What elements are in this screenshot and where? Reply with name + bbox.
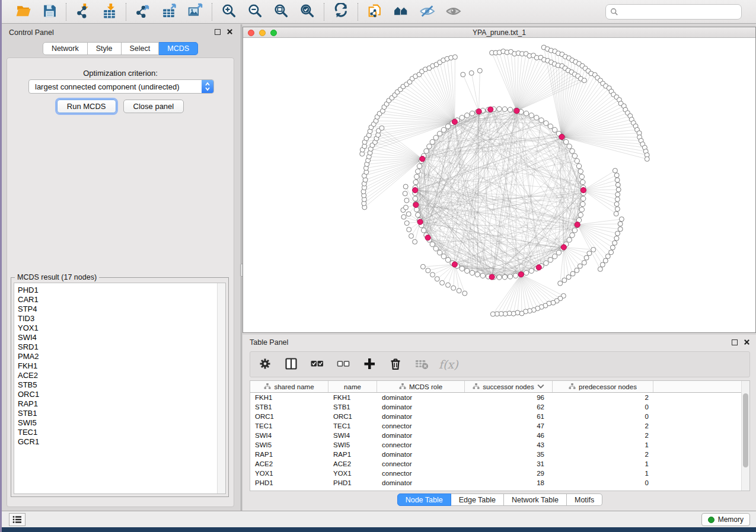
cell-name: SWI4 xyxy=(328,432,377,439)
result-node-item[interactable]: STP4 xyxy=(18,305,215,314)
settings-gear-button[interactable] xyxy=(256,355,274,373)
tab-edge-table[interactable]: Edge Table xyxy=(451,493,504,506)
search-field[interactable] xyxy=(605,4,742,20)
result-node-item[interactable]: PMA2 xyxy=(18,352,215,361)
result-node-item[interactable]: CAR1 xyxy=(18,295,215,305)
cytoscape-window: Control Panel NetworkStyleSelectMCDS Opt… xyxy=(2,0,756,527)
save-session-button[interactable] xyxy=(39,2,60,21)
import-network-button[interactable] xyxy=(72,2,94,21)
criterion-select[interactable]: largest connected component (undirected) xyxy=(28,79,214,94)
hide-selected-button[interactable] xyxy=(416,2,438,21)
result-node-item[interactable]: PHD1 xyxy=(18,286,215,295)
result-node-item[interactable]: ORC1 xyxy=(18,390,215,399)
column-header-shared-name[interactable]: shared name xyxy=(250,381,328,392)
float-panel-icon[interactable] xyxy=(215,29,221,35)
table-row[interactable]: RAP1RAP1dominator352 xyxy=(250,450,749,459)
network-graph[interactable] xyxy=(243,38,755,332)
tab-motifs[interactable]: Motifs xyxy=(567,493,602,506)
optimization-criterion-label: Optimization criterion: xyxy=(7,69,234,78)
clone-network-icon xyxy=(367,3,383,21)
close-window-icon[interactable] xyxy=(248,30,254,36)
cell-MCDS-role: dominator xyxy=(377,403,465,411)
cell-predecessor-nodes: 1 xyxy=(553,460,653,467)
function-fx-icon: f(x) xyxy=(439,358,458,371)
refresh-layout-icon xyxy=(333,3,349,21)
show-all-icon xyxy=(445,3,461,21)
memory-button[interactable]: Memory xyxy=(701,513,750,526)
table-row[interactable]: STB1STB1dominator620 xyxy=(250,402,749,412)
attribute-tree-icon xyxy=(569,383,576,391)
zoom-in-button[interactable] xyxy=(218,2,240,21)
mcds-result-list[interactable]: PHD1CAR1STP4TID3YOX1SWI4SRD1PMA2FKH1ACE2… xyxy=(14,283,226,494)
table-row[interactable]: SWI4SWI4dominator462 xyxy=(250,431,749,440)
deselect-all-button[interactable] xyxy=(334,355,352,373)
result-node-item[interactable]: RAP1 xyxy=(18,399,215,409)
open-file-icon xyxy=(15,3,31,21)
refresh-layout-button[interactable] xyxy=(330,2,352,21)
column-header-MCDS-role[interactable]: MCDS role xyxy=(377,381,465,392)
table-panel-title: Table Panel xyxy=(250,338,288,347)
column-header-successor-nodes[interactable]: successor nodes xyxy=(465,381,553,392)
tab-style[interactable]: Style xyxy=(88,42,122,55)
delete-row-button[interactable] xyxy=(387,355,404,373)
result-node-item[interactable]: YOX1 xyxy=(18,323,215,333)
export-table-button[interactable] xyxy=(158,2,180,21)
export-image-button[interactable] xyxy=(184,2,206,21)
result-node-item[interactable]: TEC1 xyxy=(18,428,215,437)
clone-network-button[interactable] xyxy=(364,2,385,21)
result-node-item[interactable]: TID3 xyxy=(18,314,215,323)
node-table[interactable]: shared namenameMCDS rolesuccessor nodesp… xyxy=(250,380,750,491)
close-panel-icon[interactable] xyxy=(227,28,233,35)
first-neighbors-button[interactable] xyxy=(390,2,412,21)
network-view-titlebar[interactable]: YPA_prune.txt_1 xyxy=(243,27,755,38)
zoom-fit-button[interactable] xyxy=(270,2,292,21)
result-node-item[interactable]: GCR1 xyxy=(18,437,215,447)
close-table-panel-icon[interactable] xyxy=(744,339,750,345)
minimize-window-icon[interactable] xyxy=(259,30,266,36)
show-all-button[interactable] xyxy=(442,2,464,21)
table-row[interactable]: ORC1ORC1dominator610 xyxy=(250,412,749,421)
result-node-item[interactable]: SWI5 xyxy=(18,418,215,428)
table-panel: Table Panel f(x) shared namenameMCDS rol… xyxy=(243,335,756,511)
add-row-button[interactable] xyxy=(361,355,378,373)
table-row[interactable]: TEC1TEC1connector472 xyxy=(250,421,749,431)
table-row[interactable]: YOX1YOX1connector291 xyxy=(250,469,749,478)
result-node-item[interactable]: FKH1 xyxy=(18,361,215,371)
network-canvas[interactable] xyxy=(243,38,755,332)
table-scrollbar-thumb[interactable] xyxy=(743,393,748,467)
tab-mcds[interactable]: MCDS xyxy=(159,42,198,55)
tab-node-table[interactable]: Node Table xyxy=(397,493,451,506)
result-node-item[interactable]: SRD1 xyxy=(18,342,215,352)
float-table-panel-icon[interactable] xyxy=(732,339,738,345)
maximize-window-icon[interactable] xyxy=(270,30,277,36)
zoom-out-button[interactable] xyxy=(244,2,266,21)
table-scrollbar[interactable] xyxy=(741,381,749,491)
task-history-button[interactable] xyxy=(9,513,25,526)
deselect-all-icon xyxy=(336,357,350,373)
import-table-button[interactable] xyxy=(98,2,120,21)
column-header-predecessor-nodes[interactable]: predecessor nodes xyxy=(553,381,653,392)
open-file-button[interactable] xyxy=(12,2,34,21)
table-row[interactable]: ACE2ACE2connector311 xyxy=(250,459,749,469)
cell-shared-name: TEC1 xyxy=(250,422,328,430)
columns-button[interactable] xyxy=(282,355,300,373)
column-header-name[interactable]: name xyxy=(328,381,377,392)
search-input[interactable] xyxy=(621,8,737,16)
select-all-button[interactable] xyxy=(308,355,326,373)
export-network-button[interactable] xyxy=(132,2,154,21)
result-node-item[interactable]: STB1 xyxy=(18,409,215,418)
tab-network-table[interactable]: Network Table xyxy=(504,493,567,506)
tab-select[interactable]: Select xyxy=(122,42,160,55)
table-row[interactable]: PHD1PHD1dominator180 xyxy=(250,478,749,488)
zoom-selected-button[interactable] xyxy=(296,2,318,21)
result-list-scrollbar[interactable] xyxy=(217,283,225,493)
result-node-item[interactable]: SWI4 xyxy=(18,333,215,342)
run-mcds-button[interactable]: Run MCDS xyxy=(57,100,116,113)
table-row[interactable]: SWI5SWI5connector431 xyxy=(250,440,749,450)
table-row[interactable]: FKH1FKH1dominator962 xyxy=(250,393,749,402)
result-node-item[interactable]: ACE2 xyxy=(18,371,215,380)
tab-network[interactable]: Network xyxy=(43,42,88,55)
result-node-item[interactable]: STB5 xyxy=(18,380,215,390)
cell-shared-name: SWI4 xyxy=(250,432,328,439)
close-panel-button[interactable]: Close panel xyxy=(123,100,184,113)
